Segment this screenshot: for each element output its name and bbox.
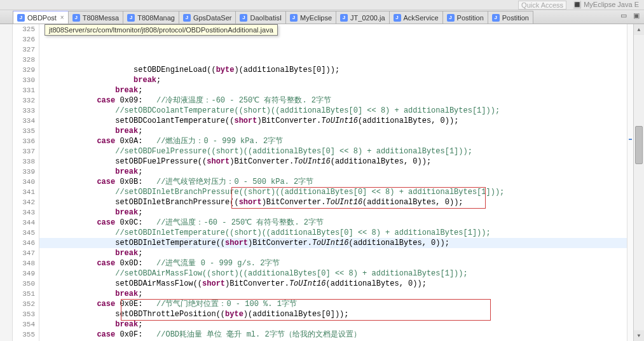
java-file-icon: J bbox=[240, 14, 247, 22]
tab-label: Postition bbox=[457, 14, 484, 22]
code-line[interactable]: //setOBDFuelPressure((short)((additional… bbox=[39, 146, 627, 157]
editor-tab[interactable]: JAckService bbox=[389, 11, 443, 24]
line-number: 355 bbox=[13, 330, 35, 340]
line-number: 335 bbox=[13, 126, 35, 136]
line-number: 342 bbox=[13, 197, 35, 207]
line-number: 340 bbox=[13, 177, 35, 187]
tab-label: DaoIbatisI bbox=[250, 14, 282, 22]
code-line[interactable]: setOBDAirMassFlow((short)BitConverter.To… bbox=[39, 279, 627, 289]
code-line[interactable]: break; bbox=[39, 167, 627, 177]
editor-tabs: JOBDPost×JT808MessaJT808ManagJGpsDataSer… bbox=[0, 10, 644, 24]
code-line[interactable]: break; bbox=[39, 248, 627, 258]
tab-label: T808Manag bbox=[137, 14, 175, 22]
line-number: 343 bbox=[13, 207, 35, 218]
line-number: 327 bbox=[13, 45, 35, 55]
minimize-icon[interactable]: ▭ bbox=[619, 11, 629, 20]
line-number: 349 bbox=[13, 268, 35, 279]
vertical-scrollbar[interactable]: ▲ ▼ bbox=[633, 24, 644, 341]
line-number: 348 bbox=[13, 258, 35, 268]
java-file-icon: J bbox=[290, 14, 298, 22]
code-line[interactable]: setOBDInletBranchPressure((short)BitConv… bbox=[39, 197, 627, 207]
code-line[interactable]: setOBDEngineLoad((byte)(additionalBytes[… bbox=[39, 65, 627, 75]
scroll-up-arrow[interactable]: ▲ bbox=[634, 24, 644, 35]
line-number: 334 bbox=[13, 116, 35, 126]
code-line[interactable]: setOBDFuelPressure((short)BitConverter.T… bbox=[39, 157, 627, 167]
editor-tab[interactable]: JPostition bbox=[488, 11, 533, 24]
line-number: 331 bbox=[13, 85, 35, 95]
tab-label: OBDPost bbox=[27, 14, 57, 22]
line-number: 336 bbox=[13, 136, 35, 146]
code-line[interactable]: case 0x09: //冷却液温度：-60 - 250℃ 有符号整数. 2字节 bbox=[39, 95, 627, 106]
close-icon[interactable]: × bbox=[60, 14, 64, 21]
line-number: 332 bbox=[13, 95, 35, 106]
tab-label: T808Messa bbox=[83, 14, 119, 22]
code-line[interactable]: //setOBDCoolantTemperature((short)((addi… bbox=[39, 106, 627, 116]
code-line[interactable]: break; bbox=[39, 75, 627, 85]
line-number-ruler[interactable]: 3253263273283293303313323333343353363373… bbox=[13, 24, 39, 341]
maximize-icon[interactable]: ▣ bbox=[631, 11, 641, 20]
editor-tab[interactable]: JGpsDataSer bbox=[179, 11, 236, 24]
editor-tab[interactable]: JT808Manag bbox=[123, 11, 179, 24]
editor-tab[interactable]: JOBDPost× bbox=[13, 11, 69, 24]
code-line[interactable]: break; bbox=[39, 207, 627, 218]
java-file-icon: J bbox=[183, 14, 191, 22]
code-line[interactable]: case 0x0B: //进气歧管绝对压力：0 - 500 kPa. 2字节 bbox=[39, 177, 627, 187]
line-number: 339 bbox=[13, 167, 35, 177]
line-number: 329 bbox=[13, 65, 35, 75]
tab-actions: ▭ ▣ bbox=[619, 11, 641, 20]
scroll-down-arrow[interactable]: ▼ bbox=[634, 330, 644, 341]
code-line[interactable]: setOBDThrottlePosition((byte)(additional… bbox=[39, 309, 627, 319]
code-line[interactable]: case 0x0A: //燃油压力：0 - 999 kPa. 2字节 bbox=[39, 136, 627, 146]
java-file-icon: J bbox=[492, 14, 500, 22]
line-number: 337 bbox=[13, 146, 35, 157]
code-line[interactable]: setOBDInletTemperature((short)BitConvert… bbox=[39, 238, 627, 248]
editor-area: 3253263273283293303313323333343353363373… bbox=[0, 24, 644, 341]
code-line[interactable]: break; bbox=[39, 319, 627, 330]
editor-tab[interactable]: JT808Messa bbox=[68, 11, 123, 24]
java-file-icon: J bbox=[394, 14, 401, 22]
code-line[interactable]: //setOBDInletBranchPressure((short)((add… bbox=[39, 187, 627, 197]
line-number: 326 bbox=[13, 34, 35, 45]
overview-ruler[interactable] bbox=[627, 24, 633, 341]
perspective-label[interactable]: 🔳 MyEclipse Java E bbox=[573, 1, 639, 9]
tab-label: GpsDataSer bbox=[193, 14, 232, 22]
line-number: 328 bbox=[13, 55, 35, 65]
line-number: 333 bbox=[13, 106, 35, 116]
code-line[interactable]: break; bbox=[39, 85, 627, 95]
line-number: 353 bbox=[13, 309, 35, 319]
line-number: 347 bbox=[13, 248, 35, 258]
folding-gutter[interactable] bbox=[0, 24, 13, 341]
line-number: 341 bbox=[13, 187, 35, 197]
code-line[interactable]: //setOBDInletTemperature((short)((additi… bbox=[39, 228, 627, 238]
line-number: 338 bbox=[13, 157, 35, 167]
tab-label: MyEclipse bbox=[300, 14, 332, 22]
code-line[interactable]: setOBDCoolantTemperature((short)BitConve… bbox=[39, 116, 627, 126]
line-number: 325 bbox=[13, 24, 35, 34]
java-file-icon: J bbox=[127, 14, 135, 22]
quick-access-box[interactable]: Quick Access bbox=[518, 1, 566, 10]
code-line[interactable]: case 0x0F: //OBD耗油量 单位 毫升 ml. 2字节（给我的文档是… bbox=[39, 330, 627, 340]
line-number: 351 bbox=[13, 289, 35, 299]
editor-tab[interactable]: JPostition bbox=[442, 11, 488, 24]
line-number: 352 bbox=[13, 299, 35, 309]
scroll-thumb[interactable] bbox=[635, 126, 643, 164]
line-number: 330 bbox=[13, 75, 35, 85]
code-line[interactable]: break; bbox=[39, 126, 627, 136]
top-toolbar: Quick Access 🔳 MyEclipse Java E bbox=[0, 0, 644, 10]
editor-tab[interactable]: JDaoIbatisI bbox=[235, 11, 286, 24]
code-line[interactable]: case 0x0E: //节气门绝对位置：0 - 100 %. 1字节 bbox=[39, 299, 627, 309]
code-line[interactable]: case 0x0D: //进气流量 0 - 999 g/s. 2字节 bbox=[39, 258, 627, 268]
code-line[interactable]: break; bbox=[39, 289, 627, 299]
line-number: 344 bbox=[13, 218, 35, 228]
code-editor[interactable]: setOBDEngineLoad((byte)(additionalBytes[… bbox=[39, 24, 627, 341]
java-file-icon: J bbox=[447, 14, 455, 22]
tab-label: AckService bbox=[404, 14, 439, 22]
line-number: 345 bbox=[13, 228, 35, 238]
code-line[interactable]: //setOBDAirMassFlow((short)((additionalB… bbox=[39, 268, 627, 279]
tab-label: JT_0200.ja bbox=[350, 14, 385, 22]
java-file-icon: J bbox=[17, 14, 25, 22]
tab-label: Postition bbox=[502, 14, 529, 22]
editor-tab[interactable]: JMyEclipse bbox=[285, 11, 336, 24]
editor-tab[interactable]: JJT_0200.ja bbox=[336, 11, 389, 24]
code-line[interactable]: case 0x0C: //进气温度：-60 - 250℃ 有符号整数. 2字节 bbox=[39, 218, 627, 228]
